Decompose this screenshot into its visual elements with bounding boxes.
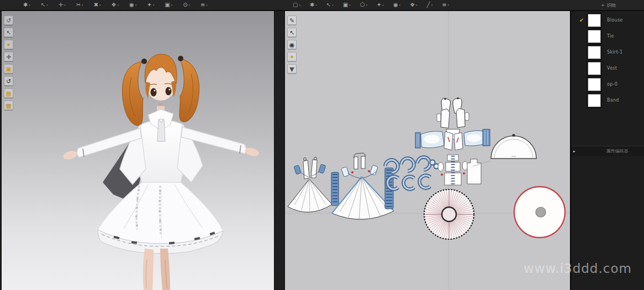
sewing-tool-icon[interactable]: ✂▾ <box>76 0 83 10</box>
fabric-swatch[interactable] <box>588 30 601 43</box>
mouth <box>159 104 163 104</box>
fabric-label: Tie <box>607 34 614 39</box>
toolbar-3d-group: ✱▾↖▾✛▾✂▾✖▾❖▾◉▾✦▾▣▾⊙▾≡▾ <box>23 0 208 10</box>
pen-tool-icon[interactable]: ✎ <box>287 15 297 25</box>
property-editor-header[interactable]: ▸ 属性编辑器 <box>571 146 644 156</box>
pattern-piece-spoked-circle[interactable] <box>424 189 474 239</box>
hair-tail-right <box>180 59 199 122</box>
hand-left <box>62 150 78 161</box>
transform-pattern-icon[interactable]: ▢▾ <box>293 0 300 10</box>
leg-right <box>160 249 170 290</box>
pin-needle-icon[interactable]: ✚ <box>4 52 13 61</box>
fabric-label: op-0 <box>607 82 617 87</box>
edit-pattern-icon[interactable]: ✱▾ <box>310 0 317 10</box>
fabric-tab[interactable]: + 织物 <box>601 0 616 10</box>
pattern-piece-small-panel[interactable] <box>467 159 481 184</box>
top-toolbar: ✱▾↖▾✛▾✂▾✖▾❖▾◉▾✦▾▣▾⊙▾≡▾ ▢▾✱▾↖▾▣▾⬠▾✦▾◉▾❖▾╱… <box>0 0 644 11</box>
fabric-label: Blouse <box>607 18 623 23</box>
cravat <box>157 119 165 141</box>
fabric-label: Vest <box>607 66 617 71</box>
fabric-row-skirt-1[interactable]: Skirt-1 <box>571 44 644 60</box>
fabric-row-tie[interactable]: Tie <box>571 28 644 44</box>
fabric-tab-label: 织物 <box>607 2 616 8</box>
rotate-avatar-icon[interactable]: ↺ <box>4 76 13 86</box>
dart-tool-icon[interactable]: ❖▾ <box>410 0 417 10</box>
pattern-piece-belt-a[interactable] <box>331 172 339 205</box>
rect-tool-icon[interactable]: ✦▾ <box>377 0 384 10</box>
hair-tie-left <box>141 59 147 64</box>
simulate-icon[interactable]: ↺ <box>4 15 13 25</box>
object-browser-panel: ✔BlouseTieSkirt-1Vestop-0Band ▸ 属性编辑器 <box>570 11 644 290</box>
fabric-check-icon[interactable]: ✔ <box>578 17 585 23</box>
grade-tool-icon[interactable]: ≡▾ <box>442 0 449 10</box>
show-texture-icon[interactable]: ▩ <box>4 101 13 110</box>
viewport-divider[interactable] <box>274 11 285 290</box>
pattern-piece-dress-a[interactable] <box>288 157 332 213</box>
toolbar-2d-group: ▢▾✱▾↖▾▣▾⬠▾✦▾◉▾❖▾╱▾≡▾ <box>293 0 449 10</box>
erase-tool-icon[interactable]: ✖▾ <box>94 0 101 10</box>
hair-tie-right <box>178 56 183 61</box>
pin-box-icon[interactable]: ✦ <box>4 40 13 49</box>
polygon-tool-icon[interactable]: ⬠▾ <box>360 0 367 10</box>
fabric-list: ✔BlouseTieSkirt-1Vestop-0Band <box>571 12 644 108</box>
garment-design-app: ✱▾↖▾✛▾✂▾✖▾❖▾◉▾✦▾▣▾⊙▾≡▾ ▢▾✱▾↖▾▣▾⬠▾✦▾◉▾❖▾╱… <box>0 0 644 290</box>
fabric-label: Skirt-1 <box>607 50 622 55</box>
plus-icon[interactable]: + <box>601 3 605 8</box>
layer-tool-icon[interactable]: ≡▾ <box>200 0 208 10</box>
add-point-icon[interactable]: ▣▾ <box>343 0 351 10</box>
texture-tool-icon[interactable]: ▣▾ <box>165 0 172 10</box>
pattern-piece-selected-circle[interactable] <box>514 187 565 238</box>
fabric-swatch[interactable] <box>588 62 601 75</box>
3d-side-toolbar: ↺↖✦✚▣↺▦▩ <box>4 15 13 110</box>
fabric-swatch[interactable] <box>588 46 601 59</box>
leg-left <box>143 249 154 290</box>
eye-right <box>166 87 172 96</box>
eye-left <box>151 88 157 97</box>
fabric-swatch[interactable] <box>588 14 601 27</box>
property-editor-label: 属性编辑器 <box>606 148 629 154</box>
trace-tool-icon[interactable]: ◉ <box>287 40 297 49</box>
expand-arrow-icon[interactable]: ▸ <box>573 149 576 154</box>
fabric-row-blouse[interactable]: ✔Blouse <box>571 12 644 28</box>
pattern-pieces-waistband[interactable] <box>438 155 468 185</box>
pattern-canvas[interactable] <box>285 11 570 290</box>
measure-tool-icon[interactable]: ⊙▾ <box>183 0 190 10</box>
fabric-row-op-0[interactable]: op-0 <box>571 76 644 92</box>
show-pattern-icon[interactable]: ▦ <box>4 88 13 98</box>
circle-tool-icon[interactable]: ◉▾ <box>393 0 400 10</box>
select-tool-icon[interactable]: ✱▾ <box>23 0 30 10</box>
highlight-tool-icon[interactable]: ✦ <box>287 52 297 61</box>
flatten-tool-icon[interactable]: ✦▾ <box>147 0 154 10</box>
drop-tool-icon[interactable]: ▼ <box>287 64 297 73</box>
arrow-tool-icon[interactable]: ↖ <box>287 28 297 37</box>
solidify-tool-icon[interactable]: ◉▾ <box>129 0 136 10</box>
2d-pattern-viewport[interactable]: ✎↖◉✦▼ <box>285 11 570 290</box>
fabric-label: Band <box>607 98 619 103</box>
hair-tail-left <box>122 62 143 125</box>
move-tool-icon[interactable]: ↖▾ <box>41 0 48 10</box>
pin-tool-icon[interactable]: ✛▾ <box>59 0 66 10</box>
3d-viewport[interactable]: ↺↖✦✚▣↺▦▩ <box>2 11 274 290</box>
fabric-row-band[interactable]: Band <box>571 92 644 108</box>
fabric-swatch[interactable] <box>588 94 601 107</box>
select-mesh-icon[interactable]: ▣ <box>4 64 13 73</box>
fabric-row-vest[interactable]: Vest <box>571 60 644 76</box>
seam-tool-icon[interactable]: ╱▾ <box>427 0 433 10</box>
select-move-icon[interactable]: ↖ <box>4 28 13 37</box>
avatar-3d-model[interactable] <box>2 11 274 290</box>
fold-tool-icon[interactable]: ❖▾ <box>112 0 119 10</box>
edit-curve-icon[interactable]: ↖▾ <box>326 0 334 10</box>
fabric-swatch[interactable] <box>588 78 601 91</box>
2d-side-toolbar: ✎↖◉✦▼ <box>287 15 297 73</box>
